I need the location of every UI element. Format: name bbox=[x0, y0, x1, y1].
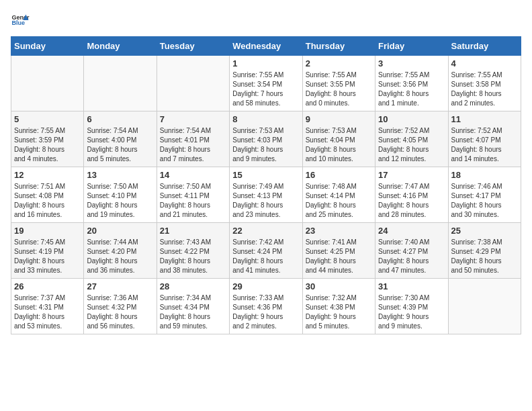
day-number: 25 bbox=[451, 226, 518, 236]
day-cell-20: 20Sunrise: 7:44 AMSunset: 4:20 PMDayligh… bbox=[84, 223, 157, 279]
header-monday: Monday bbox=[84, 37, 157, 56]
header-friday: Friday bbox=[375, 37, 448, 56]
week-row-4: 19Sunrise: 7:45 AMSunset: 4:19 PMDayligh… bbox=[11, 223, 521, 279]
day-cell-16: 16Sunrise: 7:48 AMSunset: 4:14 PMDayligh… bbox=[302, 167, 375, 223]
empty-cell bbox=[11, 56, 84, 111]
day-number: 2 bbox=[306, 58, 372, 68]
day-number: 13 bbox=[87, 170, 153, 180]
day-cell-23: 23Sunrise: 7:41 AMSunset: 4:25 PMDayligh… bbox=[302, 223, 375, 279]
day-number: 5 bbox=[14, 114, 81, 124]
day-info: Sunrise: 7:50 AMSunset: 4:10 PMDaylight:… bbox=[87, 182, 153, 220]
day-info: Sunrise: 7:51 AMSunset: 4:08 PMDaylight:… bbox=[14, 182, 81, 220]
day-number: 24 bbox=[378, 226, 445, 236]
day-number: 1 bbox=[232, 58, 299, 68]
day-cell-27: 27Sunrise: 7:36 AMSunset: 4:32 PMDayligh… bbox=[84, 279, 157, 334]
day-cell-11: 11Sunrise: 7:52 AMSunset: 4:07 PMDayligh… bbox=[448, 111, 521, 167]
day-info: Sunrise: 7:41 AMSunset: 4:25 PMDaylight:… bbox=[306, 238, 372, 275]
day-cell-28: 28Sunrise: 7:34 AMSunset: 4:34 PMDayligh… bbox=[157, 279, 229, 334]
day-number: 11 bbox=[451, 114, 518, 124]
day-number: 17 bbox=[378, 170, 445, 180]
day-info: Sunrise: 7:46 AMSunset: 4:17 PMDaylight:… bbox=[451, 182, 518, 220]
day-number: 28 bbox=[160, 281, 226, 291]
day-cell-22: 22Sunrise: 7:42 AMSunset: 4:24 PMDayligh… bbox=[230, 223, 302, 279]
day-cell-2: 2Sunrise: 7:55 AMSunset: 3:55 PMDaylight… bbox=[302, 56, 375, 111]
page-header: General Blue bbox=[11, 11, 521, 30]
day-cell-7: 7Sunrise: 7:54 AMSunset: 4:01 PMDaylight… bbox=[157, 111, 229, 167]
day-cell-12: 12Sunrise: 7:51 AMSunset: 4:08 PMDayligh… bbox=[11, 167, 84, 223]
day-info: Sunrise: 7:52 AMSunset: 4:05 PMDaylight:… bbox=[378, 126, 445, 164]
day-info: Sunrise: 7:32 AMSunset: 4:38 PMDaylight:… bbox=[306, 293, 372, 331]
logo-icon: General Blue bbox=[11, 11, 30, 30]
day-info: Sunrise: 7:54 AMSunset: 4:00 PMDaylight:… bbox=[87, 126, 153, 164]
day-info: Sunrise: 7:43 AMSunset: 4:22 PMDaylight:… bbox=[160, 238, 226, 275]
day-number: 18 bbox=[451, 170, 518, 180]
day-number: 21 bbox=[160, 226, 226, 236]
header-sunday: Sunday bbox=[11, 37, 84, 56]
day-info: Sunrise: 7:45 AMSunset: 4:19 PMDaylight:… bbox=[14, 238, 81, 275]
day-cell-30: 30Sunrise: 7:32 AMSunset: 4:38 PMDayligh… bbox=[302, 279, 375, 334]
day-info: Sunrise: 7:47 AMSunset: 4:16 PMDaylight:… bbox=[378, 182, 445, 220]
week-row-2: 5Sunrise: 7:55 AMSunset: 3:59 PMDaylight… bbox=[11, 111, 521, 167]
day-cell-3: 3Sunrise: 7:55 AMSunset: 3:56 PMDaylight… bbox=[375, 56, 448, 111]
day-cell-13: 13Sunrise: 7:50 AMSunset: 4:10 PMDayligh… bbox=[84, 167, 157, 223]
day-info: Sunrise: 7:44 AMSunset: 4:20 PMDaylight:… bbox=[87, 238, 153, 275]
day-number: 4 bbox=[451, 58, 518, 68]
day-info: Sunrise: 7:40 AMSunset: 4:27 PMDaylight:… bbox=[378, 238, 445, 275]
empty-cell bbox=[448, 279, 521, 334]
day-info: Sunrise: 7:50 AMSunset: 4:11 PMDaylight:… bbox=[160, 182, 226, 220]
svg-text:Blue: Blue bbox=[11, 19, 25, 26]
day-cell-6: 6Sunrise: 7:54 AMSunset: 4:00 PMDaylight… bbox=[84, 111, 157, 167]
day-number: 22 bbox=[232, 226, 299, 236]
day-number: 29 bbox=[232, 281, 299, 291]
day-number: 6 bbox=[87, 114, 153, 124]
day-cell-1: 1Sunrise: 7:55 AMSunset: 3:54 PMDaylight… bbox=[230, 56, 302, 111]
day-info: Sunrise: 7:55 AMSunset: 3:59 PMDaylight:… bbox=[14, 126, 81, 164]
day-info: Sunrise: 7:55 AMSunset: 3:55 PMDaylight:… bbox=[306, 71, 372, 108]
empty-cell bbox=[84, 56, 157, 111]
day-cell-17: 17Sunrise: 7:47 AMSunset: 4:16 PMDayligh… bbox=[375, 167, 448, 223]
day-number: 14 bbox=[160, 170, 226, 180]
week-row-5: 26Sunrise: 7:37 AMSunset: 4:31 PMDayligh… bbox=[11, 279, 521, 334]
day-info: Sunrise: 7:55 AMSunset: 3:56 PMDaylight:… bbox=[378, 71, 445, 108]
day-number: 19 bbox=[14, 226, 81, 236]
header-wednesday: Wednesday bbox=[230, 37, 302, 56]
logo: General Blue bbox=[11, 11, 30, 30]
day-info: Sunrise: 7:42 AMSunset: 4:24 PMDaylight:… bbox=[232, 238, 299, 275]
header-thursday: Thursday bbox=[302, 37, 375, 56]
day-number: 10 bbox=[378, 114, 445, 124]
header-tuesday: Tuesday bbox=[157, 37, 229, 56]
day-info: Sunrise: 7:55 AMSunset: 3:58 PMDaylight:… bbox=[451, 71, 518, 108]
day-cell-9: 9Sunrise: 7:53 AMSunset: 4:04 PMDaylight… bbox=[302, 111, 375, 167]
day-info: Sunrise: 7:52 AMSunset: 4:07 PMDaylight:… bbox=[451, 126, 518, 164]
day-info: Sunrise: 7:30 AMSunset: 4:39 PMDaylight:… bbox=[378, 293, 445, 331]
day-info: Sunrise: 7:54 AMSunset: 4:01 PMDaylight:… bbox=[160, 126, 226, 164]
header-saturday: Saturday bbox=[448, 37, 521, 56]
day-cell-26: 26Sunrise: 7:37 AMSunset: 4:31 PMDayligh… bbox=[11, 279, 84, 334]
day-number: 16 bbox=[306, 170, 372, 180]
empty-cell bbox=[157, 56, 229, 111]
day-cell-24: 24Sunrise: 7:40 AMSunset: 4:27 PMDayligh… bbox=[375, 223, 448, 279]
day-cell-19: 19Sunrise: 7:45 AMSunset: 4:19 PMDayligh… bbox=[11, 223, 84, 279]
day-info: Sunrise: 7:33 AMSunset: 4:36 PMDaylight:… bbox=[232, 293, 299, 331]
day-number: 30 bbox=[306, 281, 372, 291]
calendar-header-row: SundayMondayTuesdayWednesdayThursdayFrid… bbox=[11, 37, 521, 56]
day-cell-5: 5Sunrise: 7:55 AMSunset: 3:59 PMDaylight… bbox=[11, 111, 84, 167]
calendar-table: SundayMondayTuesdayWednesdayThursdayFrid… bbox=[11, 36, 521, 334]
day-number: 20 bbox=[87, 226, 153, 236]
day-number: 31 bbox=[378, 281, 445, 291]
day-cell-31: 31Sunrise: 7:30 AMSunset: 4:39 PMDayligh… bbox=[375, 279, 448, 334]
day-number: 15 bbox=[232, 170, 299, 180]
day-cell-25: 25Sunrise: 7:38 AMSunset: 4:29 PMDayligh… bbox=[448, 223, 521, 279]
day-info: Sunrise: 7:53 AMSunset: 4:03 PMDaylight:… bbox=[232, 126, 299, 164]
day-number: 27 bbox=[87, 281, 153, 291]
day-number: 12 bbox=[14, 170, 81, 180]
day-info: Sunrise: 7:48 AMSunset: 4:14 PMDaylight:… bbox=[306, 182, 372, 220]
day-number: 9 bbox=[306, 114, 372, 124]
day-info: Sunrise: 7:37 AMSunset: 4:31 PMDaylight:… bbox=[14, 293, 81, 331]
day-info: Sunrise: 7:38 AMSunset: 4:29 PMDaylight:… bbox=[451, 238, 518, 275]
day-cell-21: 21Sunrise: 7:43 AMSunset: 4:22 PMDayligh… bbox=[157, 223, 229, 279]
day-info: Sunrise: 7:55 AMSunset: 3:54 PMDaylight:… bbox=[232, 71, 299, 108]
day-cell-10: 10Sunrise: 7:52 AMSunset: 4:05 PMDayligh… bbox=[375, 111, 448, 167]
day-cell-8: 8Sunrise: 7:53 AMSunset: 4:03 PMDaylight… bbox=[230, 111, 302, 167]
day-cell-18: 18Sunrise: 7:46 AMSunset: 4:17 PMDayligh… bbox=[448, 167, 521, 223]
